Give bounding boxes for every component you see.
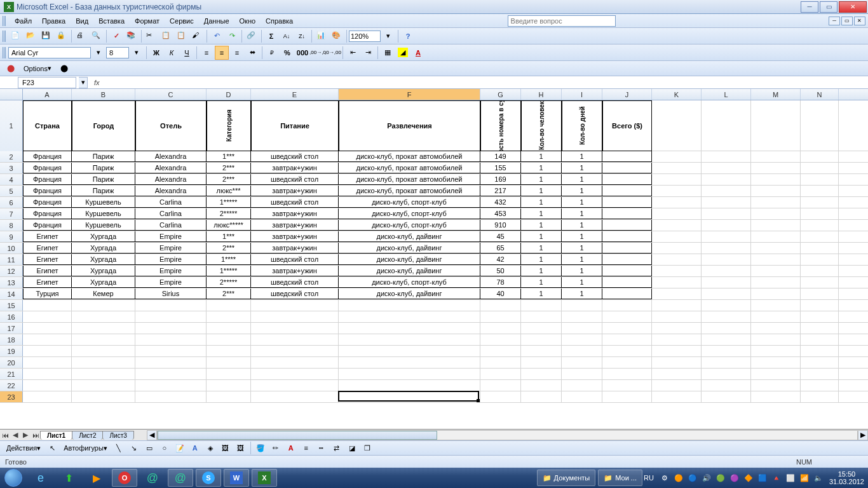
data-cell[interactable] xyxy=(652,163,702,173)
empty-cell[interactable] xyxy=(702,334,751,345)
empty-cell[interactable] xyxy=(751,346,801,356)
align-left-button[interactable]: ≡ xyxy=(200,46,214,60)
row-header[interactable]: 14 xyxy=(0,288,23,299)
data-cell[interactable] xyxy=(801,254,839,265)
empty-cell[interactable] xyxy=(251,369,339,379)
oval-button[interactable]: ○ xyxy=(158,441,172,455)
print-preview-button[interactable]: 🔍 xyxy=(90,29,104,43)
redo-button[interactable]: ↷ xyxy=(225,29,239,43)
empty-cell[interactable] xyxy=(339,300,480,311)
row-header[interactable]: 13 xyxy=(0,277,23,288)
empty-cell[interactable] xyxy=(652,334,702,345)
bold-button[interactable]: Ж xyxy=(149,46,163,60)
copy-button[interactable]: 📋 xyxy=(159,29,173,43)
scroll-left-button[interactable]: ◀ xyxy=(147,430,157,440)
font-color-button[interactable]: A xyxy=(411,46,425,60)
tray-sound-icon[interactable]: 🔈 xyxy=(813,472,824,484)
empty-cell[interactable] xyxy=(480,380,521,391)
data-cell[interactable] xyxy=(751,231,801,242)
data-cell[interactable]: Франция xyxy=(23,197,72,208)
row-header[interactable]: 17 xyxy=(0,323,23,334)
data-cell[interactable]: 1 xyxy=(562,288,602,299)
data-cell[interactable]: диско-клуб, дайвинг xyxy=(339,243,480,254)
empty-cell[interactable] xyxy=(562,300,602,311)
zoom-input[interactable] xyxy=(349,30,381,42)
data-cell[interactable] xyxy=(602,277,652,288)
data-cell[interactable]: 1 xyxy=(521,163,562,173)
start-button[interactable] xyxy=(0,468,27,488)
data-cell[interactable] xyxy=(751,208,801,219)
data-cell[interactable] xyxy=(751,174,801,185)
empty-cell[interactable] xyxy=(23,334,72,345)
empty-cell[interactable] xyxy=(207,380,251,391)
empty-cell[interactable] xyxy=(562,391,602,402)
header-cell[interactable]: Страна xyxy=(23,100,72,151)
data-cell[interactable]: 1 xyxy=(521,186,562,196)
open-button[interactable]: 📂 xyxy=(24,29,38,43)
empty-cell[interactable] xyxy=(751,391,801,402)
horizontal-scrollbar[interactable]: ◀ ▶ xyxy=(147,430,868,440)
row-header[interactable]: 22 xyxy=(0,380,23,391)
empty-cell[interactable] xyxy=(339,391,480,402)
data-cell[interactable]: 169 xyxy=(480,174,521,185)
taskbar-word-icon[interactable]: W xyxy=(224,469,249,487)
drawing-button[interactable]: 🎨 xyxy=(330,29,344,43)
tray-icon[interactable]: 🔺 xyxy=(771,472,782,484)
menu-view[interactable]: Вид xyxy=(71,15,93,27)
menu-data[interactable]: Данные xyxy=(199,15,234,27)
data-cell[interactable]: шведский стол xyxy=(251,288,339,299)
row-header[interactable]: 2 xyxy=(0,151,23,162)
data-cell[interactable]: Carlina xyxy=(135,208,207,219)
undo-button[interactable]: ↶ xyxy=(210,29,224,43)
row-header[interactable]: 10 xyxy=(0,243,23,254)
data-cell[interactable]: завтрак+ужин xyxy=(251,220,339,231)
sheet-tab[interactable]: Лист1 xyxy=(40,431,72,440)
empty-cell[interactable] xyxy=(480,323,521,334)
data-cell[interactable]: Хургада xyxy=(72,266,135,276)
empty-cell[interactable] xyxy=(751,311,801,322)
empty-cell[interactable] xyxy=(72,380,135,391)
data-cell[interactable] xyxy=(602,288,652,299)
data-cell[interactable]: Куршевель xyxy=(72,197,135,208)
data-cell[interactable] xyxy=(702,163,751,173)
data-cell[interactable]: диско-клуб, прокат автомобилей xyxy=(339,151,480,162)
empty-cell[interactable] xyxy=(339,311,480,322)
data-cell[interactable]: 1**** xyxy=(207,254,251,265)
empty-cell[interactable] xyxy=(562,311,602,322)
empty-cell[interactable] xyxy=(72,323,135,334)
empty-cell[interactable] xyxy=(23,323,72,334)
menu-edit[interactable]: Правка xyxy=(37,15,71,27)
data-cell[interactable] xyxy=(602,208,652,219)
empty-cell[interactable] xyxy=(801,300,839,311)
line-button[interactable]: ╲ xyxy=(112,441,126,455)
data-cell[interactable]: 149 xyxy=(480,151,521,162)
font-size-input[interactable] xyxy=(106,47,129,58)
empty-cell[interactable] xyxy=(251,311,339,322)
empty-cell[interactable] xyxy=(207,346,251,356)
data-cell[interactable] xyxy=(801,174,839,185)
data-cell[interactable]: Empire xyxy=(135,266,207,276)
empty-cell[interactable] xyxy=(702,346,751,356)
snagit-button[interactable]: ⬤ xyxy=(3,62,19,75)
data-cell[interactable] xyxy=(702,288,751,299)
data-cell[interactable]: Alexandra xyxy=(135,163,207,173)
data-cell[interactable]: Египет xyxy=(23,254,72,265)
taskbar-mail-icon[interactable]: @ xyxy=(140,469,165,487)
column-header-A[interactable]: A xyxy=(23,89,72,100)
taskbar-media-icon[interactable]: ▶ xyxy=(84,469,109,487)
data-cell[interactable]: 910 xyxy=(480,220,521,231)
empty-cell[interactable] xyxy=(751,369,801,379)
spreadsheet-grid[interactable]: ABCDEFGHIJKLMN 1СтранаГородОтельКатегори… xyxy=(0,89,868,429)
data-cell[interactable] xyxy=(652,243,702,254)
empty-cell[interactable] xyxy=(23,357,72,368)
data-cell[interactable] xyxy=(702,231,751,242)
empty-cell[interactable] xyxy=(135,311,207,322)
data-cell[interactable]: диско-клуб, прокат автомобилей xyxy=(339,163,480,173)
data-cell[interactable]: Кемер xyxy=(72,288,135,299)
sheet-tab[interactable]: Лист3 xyxy=(102,431,133,440)
empty-cell[interactable] xyxy=(521,311,562,322)
data-cell[interactable] xyxy=(602,186,652,196)
data-cell[interactable]: шведский стол xyxy=(251,197,339,208)
empty-cell[interactable] xyxy=(702,323,751,334)
print-button[interactable]: 🖨 xyxy=(74,29,88,43)
